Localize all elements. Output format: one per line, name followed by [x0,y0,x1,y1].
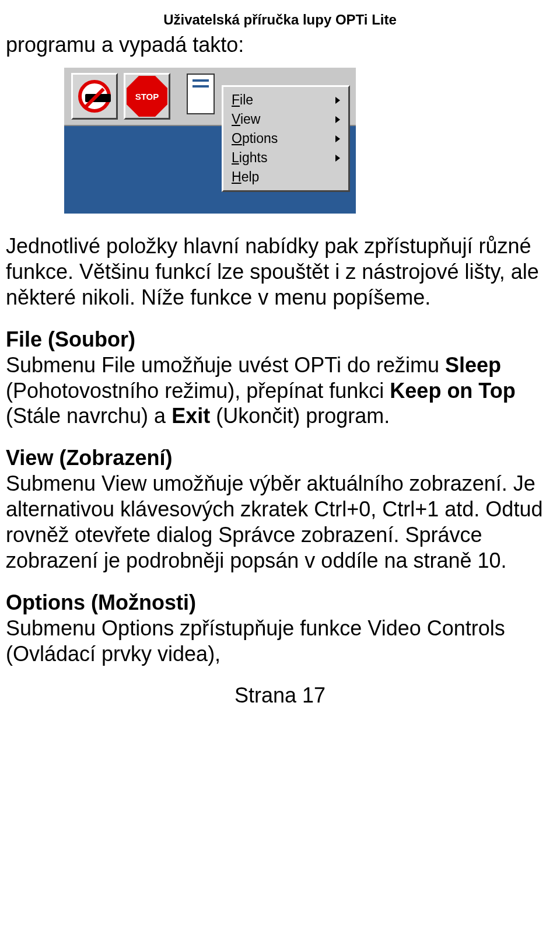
menu-screenshot: STOP File View Options Lights Help [64,68,356,214]
chevron-right-icon [335,116,340,123]
chevron-right-icon [335,155,340,162]
section-title-view: View (Zobrazení) [6,446,172,470]
section-file: File (Soubor) Submenu File umožňuje uvés… [6,327,554,429]
toolbar-button-nosmoking[interactable] [71,73,118,120]
intro-text: programu a vypadá takto: [6,33,554,57]
menu-item-view[interactable]: View [223,110,348,129]
menu-item-file[interactable]: File [223,90,348,110]
menu-item-help[interactable]: Help [223,167,348,187]
page-header: Uživatelská příručka lupy OPTi Lite [6,12,554,28]
section-title-file: File (Soubor) [6,327,135,351]
section-title-options: Options (Možnosti) [6,590,196,614]
menu-item-lights[interactable]: Lights [223,148,348,167]
section-options: Options (Možnosti) Submenu Options zpřís… [6,590,554,667]
paragraph-intro: Jednotlivé položky hlavní nabídky pak zp… [6,233,554,310]
no-entry-icon [78,80,111,113]
main-menu: File View Options Lights Help [222,85,350,192]
document-icon [187,74,215,114]
menu-item-options[interactable]: Options [223,129,348,148]
page-number: Strana 17 [6,683,554,708]
chevron-right-icon [335,135,340,142]
chevron-right-icon [335,97,340,104]
stop-icon: STOP [127,76,167,117]
section-view: View (Zobrazení) Submenu View umožňuje v… [6,445,554,574]
toolbar-button-stop[interactable]: STOP [124,73,170,120]
